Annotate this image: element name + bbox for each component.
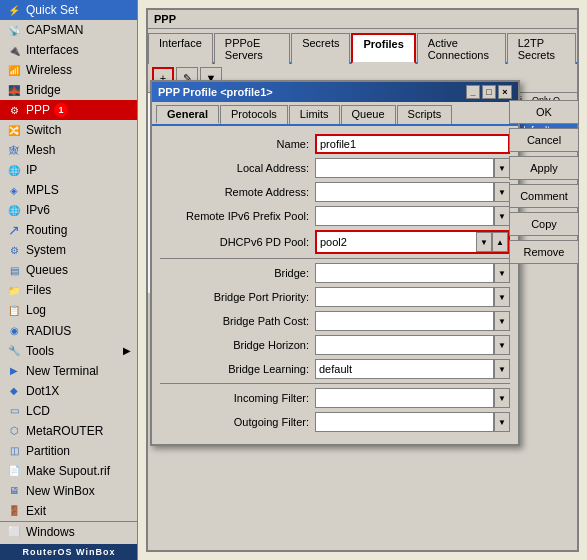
close-button[interactable]: × <box>498 85 512 99</box>
tab-pppoe-servers[interactable]: PPPoE Servers <box>214 33 290 64</box>
sidebar-item-exit[interactable]: 🚪 Exit <box>0 501 137 521</box>
dialog-tab-protocols[interactable]: Protocols <box>220 105 288 124</box>
remote-ipv6-dropdown[interactable]: ▼ <box>494 206 510 226</box>
bridge-port-priority-dropdown[interactable]: ▼ <box>494 287 510 307</box>
ppp-title: PPP <box>154 13 176 25</box>
sidebar-item-tools[interactable]: 🔧 Tools ▶ <box>0 341 137 361</box>
separator-2 <box>160 383 510 384</box>
bridge-horizon-input[interactable] <box>315 335 494 355</box>
bridge-learning-dropdown[interactable]: ▼ <box>494 359 510 379</box>
tab-profiles[interactable]: Profiles <box>351 33 415 64</box>
incoming-filter-wrapper: ▼ <box>315 388 510 408</box>
capsman-icon: 📡 <box>6 22 22 38</box>
sidebar-item-ip[interactable]: 🌐 IP <box>0 160 137 180</box>
remote-address-input[interactable] <box>315 182 494 202</box>
bridge-input[interactable] <box>315 263 494 283</box>
outgoing-filter-input[interactable] <box>315 412 494 432</box>
remote-ipv6-input[interactable] <box>315 206 494 226</box>
sidebar-item-log[interactable]: 📋 Log <box>0 300 137 320</box>
dhcpv6-pd-dropdown[interactable]: ▼ <box>476 232 492 252</box>
new-winbox-icon: 🖥 <box>6 483 22 499</box>
cancel-button[interactable]: Cancel <box>509 128 579 152</box>
make-supout-icon: 📄 <box>6 463 22 479</box>
incoming-filter-dropdown[interactable]: ▼ <box>494 388 510 408</box>
interfaces-icon: 🔌 <box>6 42 22 58</box>
outgoing-filter-wrapper: ▼ <box>315 412 510 432</box>
sidebar-item-queues[interactable]: ▤ Queues <box>0 260 137 280</box>
sidebar-item-metarouter[interactable]: ⬡ MetaROUTER <box>0 421 137 441</box>
tab-interface[interactable]: Interface <box>148 33 213 64</box>
sidebar-item-lcd[interactable]: ▭ LCD <box>0 401 137 421</box>
sidebar-item-wireless[interactable]: 📶 Wireless <box>0 60 137 80</box>
sidebar-item-radius[interactable]: ◉ RADIUS <box>0 321 137 341</box>
maximize-button[interactable]: □ <box>482 85 496 99</box>
local-address-label: Local Address: <box>160 162 315 174</box>
dialog-tab-queue[interactable]: Queue <box>341 105 396 124</box>
windows-icon: ⬜ <box>6 524 22 540</box>
bridge-learning-input[interactable] <box>315 359 494 379</box>
ok-button[interactable]: OK <box>509 100 579 124</box>
tab-active-connections[interactable]: Active Connections <box>417 33 506 64</box>
sidebar-item-ppp[interactable]: ⚙ PPP 1 <box>0 100 137 120</box>
sidebar-item-system[interactable]: ⚙ System <box>0 240 137 260</box>
outgoing-filter-row: Outgoing Filter: ▼ <box>160 412 510 432</box>
sidebar-item-bridge[interactable]: 🌉 Bridge <box>0 80 137 100</box>
local-address-wrapper: ▼ <box>315 158 510 178</box>
dialog-titlebar: PPP Profile <profile1> _ □ × <box>152 82 518 102</box>
sidebar-item-windows[interactable]: ⬜ Windows <box>0 521 137 542</box>
dialog-tab-limits[interactable]: Limits <box>289 105 340 124</box>
bridge-port-priority-wrapper: ▼ <box>315 287 510 307</box>
sidebar-item-interfaces[interactable]: 🔌 Interfaces <box>0 40 137 60</box>
copy-button[interactable]: Copy <box>509 212 579 236</box>
comment-button[interactable]: Comment <box>509 184 579 208</box>
sidebar-label-capsman: CAPsMAN <box>26 23 83 37</box>
bridge-path-cost-input[interactable] <box>315 311 494 331</box>
bridge-port-priority-input[interactable] <box>315 287 494 307</box>
apply-button[interactable]: Apply <box>509 156 579 180</box>
tab-secrets[interactable]: Secrets <box>291 33 350 64</box>
sidebar-item-new-terminal[interactable]: ▶ New Terminal <box>0 361 137 381</box>
tab-l2tp-secrets[interactable]: L2TP Secrets <box>507 33 576 64</box>
sidebar-item-make-supout[interactable]: 📄 Make Supout.rif <box>0 461 137 481</box>
incoming-filter-input[interactable] <box>315 388 494 408</box>
sidebar-item-mesh[interactable]: 🕸 Mesh <box>0 140 137 160</box>
dhcpv6-pd-up[interactable]: ▲ <box>492 232 508 252</box>
new-terminal-icon: ▶ <box>6 363 22 379</box>
bridge-dropdown[interactable]: ▼ <box>494 263 510 283</box>
remote-address-label: Remote Address: <box>160 186 315 198</box>
sidebar-item-mpls[interactable]: ◈ MPLS <box>0 180 137 200</box>
sidebar-item-partition[interactable]: ◫ Partition <box>0 441 137 461</box>
bridge-horizon-dropdown[interactable]: ▼ <box>494 335 510 355</box>
routing-icon: ↗ <box>6 222 22 238</box>
sidebar-label-bridge: Bridge <box>26 83 61 97</box>
dialog-tab-general[interactable]: General <box>156 105 219 124</box>
sidebar-item-switch[interactable]: 🔀 Switch <box>0 120 137 140</box>
remote-address-dropdown[interactable]: ▼ <box>494 182 510 202</box>
dhcpv6-pd-input[interactable] <box>317 232 476 252</box>
sidebar-item-capsman[interactable]: 📡 CAPsMAN <box>0 20 137 40</box>
sidebar: ⚡ Quick Set 📡 CAPsMAN 🔌 Interfaces 📶 Wir… <box>0 0 138 560</box>
bridge-path-cost-dropdown[interactable]: ▼ <box>494 311 510 331</box>
winbox-label: RouterOS WinBox <box>0 544 138 560</box>
sidebar-item-ipv6[interactable]: 🌐 IPv6 <box>0 200 137 220</box>
sidebar-item-quickset[interactable]: ⚡ Quick Set <box>0 0 137 20</box>
local-address-input[interactable] <box>315 158 494 178</box>
remove-button[interactable]: Remove <box>509 240 579 264</box>
bridge-icon: 🌉 <box>6 82 22 98</box>
sidebar-label-log: Log <box>26 303 46 317</box>
log-icon: 📋 <box>6 302 22 318</box>
metarouter-icon: ⬡ <box>6 423 22 439</box>
sidebar-item-files[interactable]: 📁 Files <box>0 280 137 300</box>
sidebar-item-new-winbox[interactable]: 🖥 New WinBox <box>0 481 137 501</box>
dialog-tab-scripts[interactable]: Scripts <box>397 105 453 124</box>
sidebar-label-mesh: Mesh <box>26 143 55 157</box>
local-address-dropdown[interactable]: ▼ <box>494 158 510 178</box>
outgoing-filter-dropdown[interactable]: ▼ <box>494 412 510 432</box>
sidebar-label-tools: Tools <box>26 344 54 358</box>
sidebar-item-routing[interactable]: ↗ Routing <box>0 220 137 240</box>
name-input[interactable] <box>315 134 510 154</box>
sidebar-label-quickset: Quick Set <box>26 3 78 17</box>
incoming-filter-label: Incoming Filter: <box>160 392 315 404</box>
sidebar-item-dot1x[interactable]: ◆ Dot1X <box>0 381 137 401</box>
minimize-button[interactable]: _ <box>466 85 480 99</box>
